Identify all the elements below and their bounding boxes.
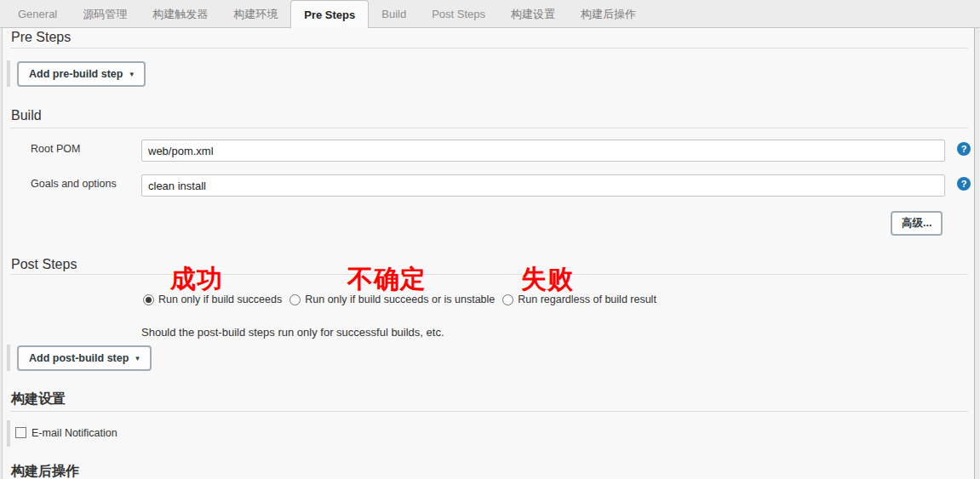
tab-build[interactable]: Build: [369, 0, 419, 28]
post-build-actions-heading: 构建后操作: [11, 463, 79, 479]
radio-run-if-succeeds[interactable]: Run only if build succeeds: [143, 294, 282, 305]
post-steps-run-condition-group: Run only if build succeeds Run only if b…: [143, 294, 656, 305]
build-settings-heading: 构建设置: [11, 391, 66, 408]
radio-button-icon[interactable]: [289, 294, 301, 305]
annotation-unstable: 不确定: [347, 265, 427, 292]
jenkins-job-config-page: General 源码管理 构建触发器 构建环境 Pre Steps Build …: [0, 0, 980, 479]
radio-run-regardless-label: Run regardless of build result: [518, 294, 656, 305]
post-steps-description: Should the post-build steps run only for…: [141, 326, 444, 339]
root-pom-help-icon[interactable]: ?: [957, 142, 971, 156]
advanced-button[interactable]: 高级...: [891, 211, 943, 236]
goals-and-options-label: Goals and options: [31, 178, 117, 190]
add-post-build-step-button[interactable]: Add post-build step ▾: [17, 345, 152, 371]
email-notification-drag-handle[interactable]: [7, 420, 10, 447]
build-heading: Build: [11, 108, 42, 123]
pre-build-step-drag-handle[interactable]: [7, 60, 10, 87]
tab-post-build-actions[interactable]: 构建后操作: [568, 0, 649, 28]
tab-post-steps[interactable]: Post Steps: [419, 0, 498, 28]
tab-build-environment[interactable]: 构建环境: [221, 0, 290, 28]
build-divider: [10, 128, 968, 128]
config-tabbar: General 源码管理 构建触发器 构建环境 Pre Steps Build …: [0, 0, 980, 28]
add-post-build-step-label: Add post-build step: [29, 352, 129, 364]
radio-run-if-succeeds-or-unstable-label: Run only if build succeeds or is unstabl…: [305, 294, 495, 305]
annotation-success: 成功: [170, 265, 223, 292]
add-pre-build-step-button[interactable]: Add pre-build step ▾: [17, 61, 146, 87]
pre-steps-heading: Pre Steps: [11, 30, 71, 45]
root-pom-input[interactable]: [141, 140, 945, 162]
build-settings-divider: [10, 411, 968, 412]
goals-and-options-help-icon[interactable]: ?: [957, 177, 971, 191]
chevron-down-icon: ▾: [135, 354, 140, 362]
radio-button-icon[interactable]: [502, 294, 513, 305]
add-pre-build-step-label: Add pre-build step: [29, 68, 123, 80]
pre-steps-divider: [10, 48, 968, 48]
page-edge-strip: [976, 28, 980, 479]
radio-button-icon[interactable]: [143, 294, 154, 305]
post-build-step-drag-handle[interactable]: [7, 345, 10, 371]
radio-run-if-succeeds-label: Run only if build succeeds: [158, 294, 282, 305]
post-steps-heading: Post Steps: [11, 257, 77, 272]
tab-source-code-management[interactable]: 源码管理: [70, 0, 140, 28]
annotation-failure: 失败: [521, 265, 574, 292]
tab-pre-steps[interactable]: Pre Steps: [290, 0, 369, 28]
email-notification-label: E-mail Notification: [32, 427, 117, 439]
tab-general[interactable]: General: [5, 0, 70, 28]
radio-run-if-succeeds-or-unstable[interactable]: Run only if build succeeds or is unstabl…: [289, 294, 495, 305]
goals-and-options-input[interactable]: [141, 174, 945, 197]
tab-build-triggers[interactable]: 构建触发器: [140, 0, 221, 28]
chevron-down-icon: ▾: [129, 70, 134, 78]
tab-build-settings[interactable]: 构建设置: [498, 0, 568, 28]
root-pom-label: Root POM: [31, 143, 80, 155]
post-steps-divider: [10, 274, 968, 275]
email-notification-checkbox[interactable]: [15, 427, 26, 438]
radio-run-regardless[interactable]: Run regardless of build result: [502, 294, 656, 305]
